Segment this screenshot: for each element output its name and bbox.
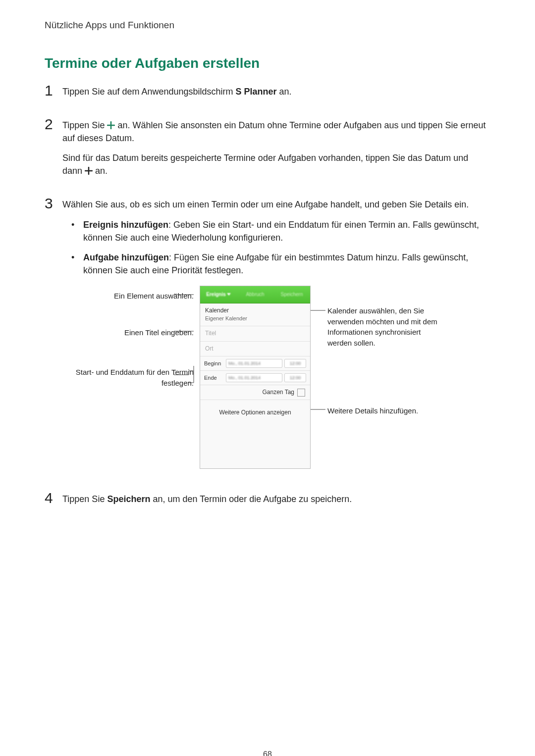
bullet-title: Ereignis hinzufügen (83, 220, 168, 230)
blurred-time: 12:00 (290, 360, 301, 367)
field-label: Kalender (205, 306, 305, 315)
callout-choose-calendar: Kalender auswählen, den Sie verwenden mö… (327, 305, 446, 349)
step-number: 4 (45, 491, 62, 512)
step-2: 2 Tippen Sie an. Wählen Sie ansonsten ei… (45, 117, 490, 184)
text: Wählen Sie aus, ob es sich um einen Term… (62, 198, 490, 211)
step-number: 2 (45, 117, 62, 184)
left-callouts: Ein Element auswählen. Einen Titel einge… (62, 286, 200, 469)
blurred-time: 12:00 (290, 375, 301, 381)
tab-cancel[interactable]: Abbruch (237, 291, 273, 299)
blurred-date: Mo., 01.01.2014 (228, 360, 261, 367)
step-3: 3 Wählen Sie aus, ob es sich um einen Te… (45, 196, 490, 478)
location-input[interactable]: Ort (200, 342, 310, 356)
text: Tippen Sie (62, 494, 107, 504)
end-row: Ende Mo., 01.01.2014 12:00 (200, 371, 310, 385)
callout-set-dates: Start- und Enddatum für den Termin festl… (70, 367, 194, 389)
end-label: Ende (204, 375, 224, 381)
tab-save[interactable]: Speichern (273, 291, 310, 299)
bullet-item: Aufgabe hinzufügen: Fügen Sie eine Aufga… (71, 251, 490, 277)
section-title: Termine oder Aufgaben erstellen (45, 55, 490, 71)
bullet-title: Aufgabe hinzufügen (83, 252, 169, 262)
step-number: 3 (45, 196, 62, 478)
save-label: Speichern (107, 494, 150, 504)
allday-checkbox[interactable] (297, 389, 305, 397)
step-body: Tippen Sie auf dem Anwendungsbildschirm … (62, 83, 490, 105)
right-callouts: Kalender auswählen, den Sie verwenden mö… (311, 286, 455, 469)
end-time-picker[interactable]: 12:00 (284, 373, 306, 382)
bullet-item: Ereignis hinzufügen: Geben Sie ein Start… (71, 218, 490, 244)
text: an, um den Termin oder die Aufgabe zu sp… (150, 494, 352, 504)
app-name: S Planner (236, 87, 277, 97)
begin-row: Beginn Mo., 01.01.2014 12:00 (200, 356, 310, 371)
allday-row[interactable]: Ganzen Tag (200, 385, 310, 400)
callout-select-element: Ein Element auswählen. (114, 291, 194, 302)
tab-label: Ereignis (206, 292, 225, 297)
text: an. (93, 166, 107, 176)
text: Tippen Sie auf dem Anwendungsbildschirm (62, 87, 236, 97)
text: Sind für das Datum bereits gespeicherte … (62, 153, 468, 176)
field-value: Eigener Kalender (205, 315, 305, 323)
callout-add-details: Weitere Details hinzufügen. (327, 405, 418, 416)
step-4: 4 Tippen Sie Speichern an, um den Termin… (45, 491, 490, 512)
chevron-down-icon (227, 293, 231, 296)
document-page: Nützliche Apps und Funktionen Termine od… (0, 0, 535, 756)
plus-icon (107, 120, 115, 128)
more-options-button[interactable]: Weitere Optionen anzeigen (205, 405, 305, 420)
begin-label: Beginn (204, 360, 224, 366)
text: an. Wählen Sie ansonsten ein Datum ohne … (62, 120, 486, 143)
step-body: Tippen Sie Speichern an, um den Termin o… (62, 491, 490, 512)
annotated-screenshot: Ein Element auswählen. Einen Titel einge… (62, 286, 490, 469)
begin-time-picker[interactable]: 12:00 (284, 359, 306, 368)
text: an. (277, 87, 292, 97)
calendar-field[interactable]: Kalender Eigener Kalender (200, 303, 310, 326)
tab-event[interactable]: Ereignis (200, 291, 237, 299)
end-date-picker[interactable]: Mo., 01.01.2014 (226, 373, 282, 382)
allday-label: Ganzen Tag (263, 388, 295, 397)
step-body: Tippen Sie an. Wählen Sie ansonsten ein … (62, 117, 490, 184)
title-input[interactable]: Titel (200, 326, 310, 341)
step-1: 1 Tippen Sie auf dem Anwendungsbildschir… (45, 83, 490, 105)
text: Tippen Sie (62, 120, 107, 130)
step-body: Wählen Sie aus, ob es sich um einen Term… (62, 196, 490, 478)
chapter-heading: Nützliche Apps und Funktionen (45, 20, 490, 31)
top-bar: Ereignis Abbruch Speichern (200, 286, 310, 303)
blurred-date: Mo., 01.01.2014 (228, 375, 261, 381)
phone-mockup: Ereignis Abbruch Speichern Kalender Eige… (200, 286, 311, 469)
step-number: 1 (45, 83, 62, 105)
page-number: 68 (45, 750, 490, 756)
begin-date-picker[interactable]: Mo., 01.01.2014 (226, 359, 282, 368)
callout-enter-title: Einen Titel eingeben. (124, 327, 194, 338)
plus-icon (85, 165, 93, 173)
